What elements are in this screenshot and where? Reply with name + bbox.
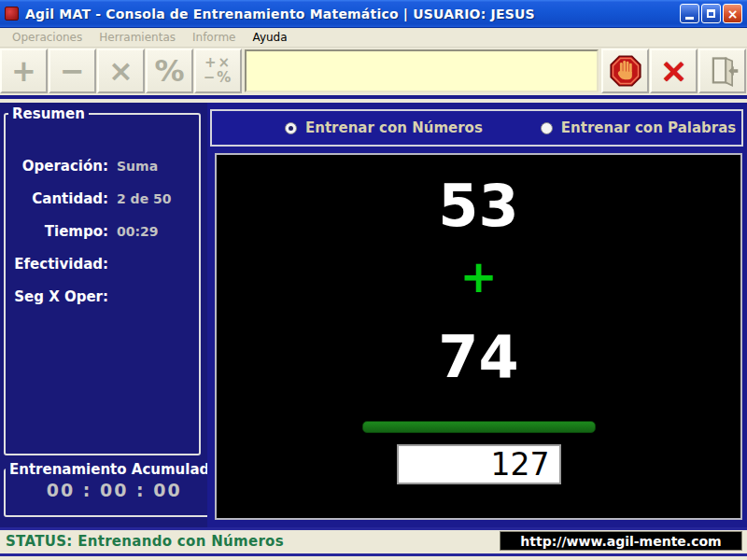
stop-hand-icon <box>609 54 642 88</box>
maximize-button[interactable] <box>701 4 721 23</box>
field-seg-x-oper: Seg X Oper: <box>6 288 199 305</box>
toolbar-spacer-panel <box>245 49 599 92</box>
minus-icon: − <box>60 56 85 86</box>
operand-2: 74 <box>438 329 518 386</box>
titlebar: Agil MAT - Consola de Entrenamiento Mate… <box>0 0 747 28</box>
radio-palabras-icon[interactable] <box>541 122 553 134</box>
main-area: Resumen Operación: Suma Cantidad: 2 de 5… <box>0 103 747 527</box>
exit-door-icon <box>706 54 740 88</box>
training-panel: Entrenar con Números Entrenar con Palabr… <box>207 103 747 527</box>
mode-selector-bar: Entrenar con Números Entrenar con Palabr… <box>210 109 743 147</box>
field-cantidad: Cantidad: 2 de 50 <box>6 190 199 207</box>
close-button[interactable]: × <box>723 4 742 23</box>
mixed-ops-icon-bottom: −% <box>204 71 233 86</box>
exit-button[interactable] <box>698 49 746 93</box>
percent-icon: % <box>154 56 184 86</box>
operand-1: 53 <box>438 177 518 235</box>
radio-palabras-label[interactable]: Entrenar con Palabras <box>561 119 736 136</box>
status-text: STATUS: Entrenando con Números <box>6 533 284 550</box>
answer-input[interactable] <box>397 444 561 484</box>
multiply-icon: × <box>108 56 134 86</box>
window-title: Agil MAT - Consola de Entrenamiento Mate… <box>25 7 680 21</box>
status-divider <box>0 553 747 556</box>
minimize-button[interactable] <box>680 4 699 23</box>
field-efectividad: Efectividad: <box>6 256 199 273</box>
website-link[interactable]: http://www.agil-mente.com <box>500 531 742 551</box>
acumulado-groupbox: Entrenamiento Acumulado 00 : 00 : 00 <box>4 461 225 517</box>
stop-button[interactable] <box>601 49 649 93</box>
operaciones-mixtas-button[interactable]: +× −% <box>194 49 242 93</box>
radio-numeros-label[interactable]: Entrenar con Números <box>305 119 483 136</box>
operacion-label: Operación: <box>6 158 108 175</box>
app-window: Agil MAT - Consola de Entrenamiento Mate… <box>0 0 747 560</box>
seg-x-oper-label: Seg X Oper: <box>6 288 108 305</box>
statusbar: STATUS: Entrenando con Números http://ww… <box>0 527 747 560</box>
acumulado-timer: 00 : 00 : 00 <box>6 480 223 500</box>
efectividad-label: Efectividad: <box>6 256 108 273</box>
field-tiempo: Tiempo: 00:29 <box>6 223 199 240</box>
summary-panel: Resumen Operación: Suma Cantidad: 2 de 5… <box>0 103 207 527</box>
app-icon <box>5 7 19 21</box>
operator-plus: + <box>459 254 497 299</box>
tiempo-value: 00:29 <box>117 224 159 239</box>
radio-entrenar-numeros[interactable]: Entrenar con Números <box>285 119 483 136</box>
minimize-icon <box>685 17 694 20</box>
operacion-value: Suma <box>117 159 158 174</box>
cancel-button[interactable]: × <box>650 49 698 93</box>
close-icon: × <box>727 7 739 21</box>
time-progress-bar <box>362 421 596 433</box>
resta-button[interactable]: − <box>49 49 96 93</box>
menubar: Operaciones Herramientas Informe Ayuda <box>0 28 747 48</box>
menu-operaciones[interactable]: Operaciones <box>4 29 91 46</box>
acumulado-title: Entrenamiento Acumulado <box>6 461 223 478</box>
field-operacion: Operación: Suma <box>6 158 199 175</box>
radio-numeros-icon[interactable] <box>285 122 297 134</box>
exercise-display: 53 + 74 <box>215 153 742 520</box>
cantidad-value: 2 de 50 <box>117 191 172 206</box>
menu-herramientas[interactable]: Herramientas <box>91 29 184 46</box>
multiplicacion-button[interactable]: × <box>97 49 145 93</box>
toolbar: + − × % +× −% <box>0 48 747 99</box>
cancel-x-icon: × <box>659 54 687 88</box>
menu-informe[interactable]: Informe <box>184 29 245 46</box>
suma-button[interactable]: + <box>0 49 48 93</box>
tiempo-label: Tiempo: <box>6 223 108 240</box>
maximize-icon <box>707 9 715 18</box>
cantidad-label: Cantidad: <box>6 190 108 207</box>
resumen-title: Resumen <box>8 105 89 122</box>
resumen-groupbox: Resumen Operación: Suma Cantidad: 2 de 5… <box>4 105 201 455</box>
radio-entrenar-palabras[interactable]: Entrenar con Palabras <box>541 119 736 136</box>
menu-ayuda[interactable]: Ayuda <box>245 29 296 46</box>
plus-icon: + <box>11 56 36 86</box>
division-button[interactable]: % <box>146 49 193 93</box>
